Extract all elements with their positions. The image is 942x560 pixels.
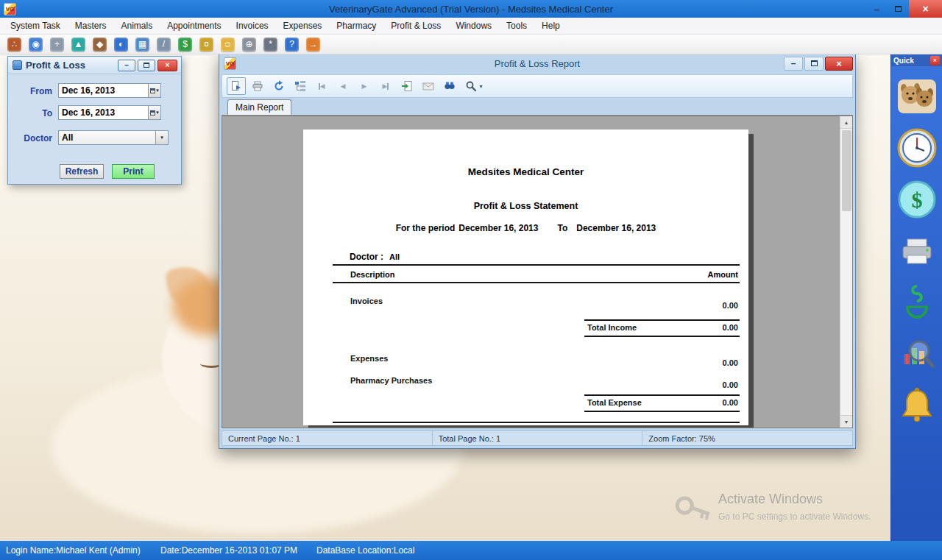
puppies-icon bbox=[897, 79, 937, 114]
menu-item-pharmacy[interactable]: Pharmacy bbox=[329, 18, 383, 33]
report-rule bbox=[333, 422, 740, 423]
quick-panel-header: Quick × bbox=[891, 54, 942, 66]
menu-item-appointments[interactable]: Appointments bbox=[160, 18, 228, 33]
scrollbar-thumb[interactable] bbox=[842, 130, 851, 211]
maximize-icon bbox=[144, 63, 149, 68]
search-chart-icon bbox=[898, 335, 936, 373]
cancel-loading-button[interactable] bbox=[419, 77, 438, 95]
menu-item-tools[interactable]: Tools bbox=[499, 18, 534, 33]
to-date-input[interactable]: Dec 16, 2013 ▾ bbox=[58, 105, 161, 120]
dialog-close-button[interactable]: × bbox=[157, 60, 177, 71]
printer-icon bbox=[899, 235, 935, 267]
report-maximize-button[interactable] bbox=[804, 57, 824, 71]
period-to-date: December 16, 2013 bbox=[576, 223, 656, 233]
report-close-button[interactable]: × bbox=[825, 57, 853, 71]
zoom-dropdown-icon[interactable]: ▾ bbox=[479, 83, 482, 90]
search-report-button[interactable] bbox=[896, 333, 938, 375]
help-icon[interactable]: ? bbox=[285, 38, 299, 52]
paw-icon[interactable]: ∴ bbox=[7, 38, 21, 52]
maximize-button[interactable] bbox=[888, 0, 909, 18]
report-tab-strip: Main Report bbox=[222, 98, 853, 116]
column-header-description: Description bbox=[350, 270, 395, 279]
zoom-button[interactable]: ▾ bbox=[461, 77, 486, 95]
menu-item-invoices[interactable]: Invoices bbox=[229, 18, 276, 33]
to-date-dropdown-button[interactable]: ▾ bbox=[148, 106, 160, 119]
app-titlebar: VG VeterinaryGate Advanced (Trial Versio… bbox=[0, 0, 942, 18]
scroll-up-button[interactable]: ▲ bbox=[840, 116, 853, 129]
menu-item-animals[interactable]: Animals bbox=[114, 18, 160, 33]
expenses-icon[interactable]: ¤ bbox=[199, 38, 213, 52]
report-statement-title: Profit & Loss Statement bbox=[303, 201, 748, 211]
menu-item-help[interactable]: Help bbox=[534, 18, 567, 33]
print-report-button[interactable] bbox=[248, 77, 267, 95]
billing-money-button[interactable]: $ bbox=[896, 178, 938, 221]
report-page: Medsites Medical Center Profit & Loss St… bbox=[303, 130, 748, 425]
to-label: To bbox=[8, 108, 52, 118]
scroll-down-button[interactable]: ▼ bbox=[840, 415, 853, 428]
report-rule bbox=[584, 336, 740, 337]
invoices-icon[interactable]: $ bbox=[178, 38, 192, 52]
report-row-amount: 0.00 bbox=[723, 301, 738, 310]
goto-page-button[interactable] bbox=[397, 77, 417, 95]
print-button[interactable]: Print bbox=[112, 164, 155, 179]
settings-icon[interactable]: * bbox=[263, 38, 277, 52]
reminders-bell-button[interactable] bbox=[896, 384, 938, 427]
svg-text:$: $ bbox=[911, 188, 922, 212]
menu-item-profit-loss[interactable]: Profit & Loss bbox=[383, 18, 448, 33]
from-date-input[interactable]: Dec 16, 2013 ▾ bbox=[58, 83, 161, 98]
appointments-icon[interactable]: ▦ bbox=[135, 38, 149, 52]
dialog-maximize-button[interactable] bbox=[138, 60, 155, 71]
globe-icon[interactable]: ◐ bbox=[114, 38, 128, 52]
menu-item-system-task[interactable]: System Task bbox=[3, 18, 68, 33]
report-minimize-button[interactable]: – bbox=[784, 57, 803, 71]
next-page-button[interactable]: ▶ bbox=[355, 77, 374, 95]
window-controls: – × bbox=[866, 0, 942, 18]
group-tree-icon bbox=[294, 80, 306, 92]
quick-panel-close-button[interactable]: × bbox=[930, 56, 940, 65]
refresh-report-button[interactable] bbox=[269, 77, 288, 95]
exit-icon[interactable]: → bbox=[306, 38, 320, 52]
report-rule bbox=[584, 319, 740, 321]
report-viewer-toolbar: ◀ ◀ ▶ ▶ ▾ bbox=[222, 74, 853, 98]
previous-page-button[interactable]: ◀ bbox=[333, 77, 353, 95]
pets-icon[interactable]: ◉ bbox=[29, 38, 43, 52]
magnifier-icon bbox=[465, 80, 477, 92]
find-button[interactable] bbox=[440, 77, 459, 95]
main-report-tab[interactable]: Main Report bbox=[227, 99, 291, 115]
doctor-select[interactable]: All ▾ bbox=[58, 130, 169, 145]
printer-device-button[interactable] bbox=[896, 230, 938, 272]
chevron-down-icon: ▾ bbox=[156, 88, 159, 93]
syringe-icon[interactable]: / bbox=[157, 38, 171, 52]
last-page-button[interactable]: ▶ bbox=[376, 77, 395, 95]
minimize-button[interactable]: – bbox=[866, 0, 888, 18]
profit-loss-dialog: Profit & Loss – × From Dec 16, 2013 ▾ To… bbox=[7, 56, 182, 185]
doctor-dropdown-button[interactable]: ▾ bbox=[155, 131, 168, 144]
to-date-value: Dec 16, 2013 bbox=[59, 106, 148, 119]
report-rule bbox=[333, 264, 740, 266]
refresh-button[interactable]: Refresh bbox=[60, 164, 104, 179]
doctor-filter-label: Doctor : bbox=[350, 252, 383, 262]
report-window-title: Profit & Loss Report bbox=[219, 58, 855, 69]
animals-icon[interactable]: ◆ bbox=[93, 38, 107, 52]
close-button[interactable]: × bbox=[909, 0, 942, 18]
refresh-icon bbox=[273, 80, 285, 92]
report-scrollbar[interactable]: ▲ ▼ bbox=[840, 116, 852, 428]
watermark-subtitle: Go to PC settings to activate Windows. bbox=[718, 511, 871, 522]
menu-item-windows[interactable]: Windows bbox=[448, 18, 499, 33]
maximize-icon bbox=[895, 6, 902, 12]
coins-icon[interactable]: ☺ bbox=[221, 38, 235, 52]
pharmacy-button[interactable] bbox=[896, 281, 938, 324]
appointments-clock-button[interactable] bbox=[896, 127, 938, 169]
dialog-minimize-button[interactable]: – bbox=[118, 60, 135, 71]
from-date-dropdown-button[interactable]: ▾ bbox=[148, 84, 160, 97]
export-button[interactable] bbox=[227, 77, 246, 95]
group-tree-toggle-button[interactable] bbox=[291, 77, 310, 95]
menu-item-expenses[interactable]: Expenses bbox=[276, 18, 330, 33]
first-page-button[interactable]: ◀ bbox=[312, 77, 331, 95]
status-zoom-factor: Zoom Factor: 75% bbox=[642, 431, 852, 445]
grooming-icon[interactable]: + bbox=[50, 38, 64, 52]
menu-item-masters[interactable]: Masters bbox=[68, 18, 114, 33]
pharmacy-icon[interactable]: ⊕ bbox=[242, 38, 256, 52]
bird-icon[interactable]: ▲ bbox=[71, 38, 85, 52]
pets-image[interactable] bbox=[896, 75, 938, 118]
